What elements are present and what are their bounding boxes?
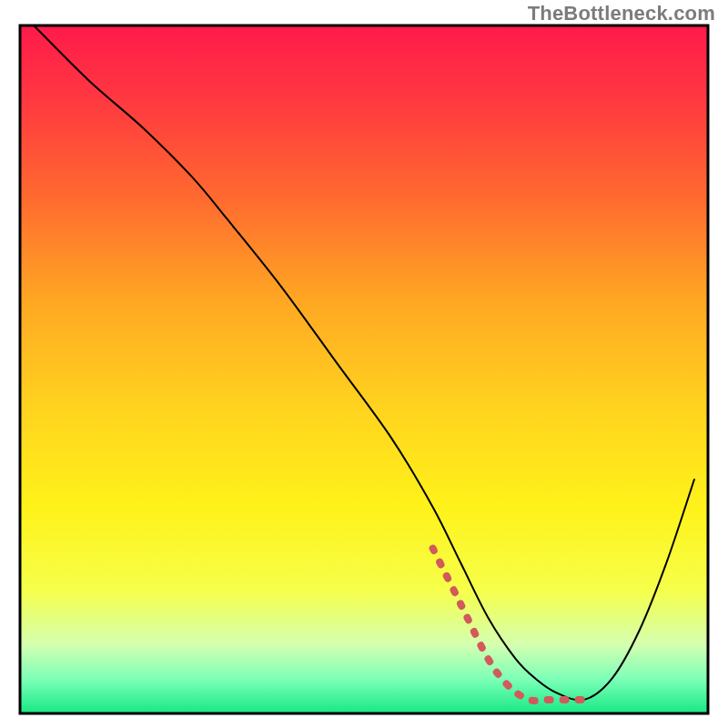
chart-svg: [0, 0, 728, 728]
plot-background: [20, 25, 708, 713]
chart-container: TheBottleneck.com: [0, 0, 728, 728]
